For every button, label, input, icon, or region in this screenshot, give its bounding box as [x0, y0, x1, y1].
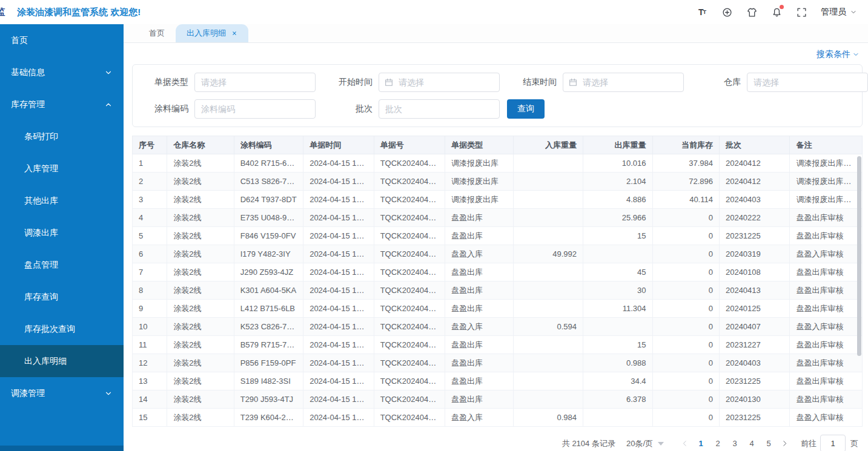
search-field-batch: 批次	[323, 99, 507, 119]
column-header: 批次	[719, 136, 789, 154]
table-cell: TQCK2024041....	[374, 209, 445, 227]
table-row: 8涂装2线K301 A604-5KA2024-04-15 14:...TQCK2…	[133, 281, 863, 300]
table-cell: 15	[133, 409, 167, 427]
table-cell: 10	[133, 318, 167, 336]
batch-input[interactable]	[379, 99, 500, 119]
user-menu[interactable]: 管理员	[821, 7, 857, 18]
sidebar-item-stock-query[interactable]: 库存查询	[0, 281, 124, 313]
sidebar-item-stocktake-mgmt[interactable]: 盘点管理	[0, 249, 124, 281]
table-cell: 20240403	[719, 354, 789, 372]
table-row: 7涂装2线J290 Z593-4JZ2024-04-15 14:...TQCK2…	[133, 263, 863, 281]
table-cell: 37.984	[652, 154, 719, 173]
records-table-wrap: 序号仓库名称涂料编码单据时间单据号单据类型入库重量出库重量当前库存批次备注 1涂…	[132, 136, 863, 427]
notification-bell-icon[interactable]	[771, 7, 782, 18]
table-cell	[513, 300, 583, 318]
table-cell: 盘盈入库审核	[790, 245, 863, 263]
page-number-5[interactable]: 5	[760, 435, 777, 451]
page-number-3[interactable]: 3	[726, 435, 743, 451]
sidebar-item-inbound-mgmt[interactable]: 入库管理	[0, 153, 124, 185]
page-size-select[interactable]: 20条/页	[626, 438, 664, 449]
chevron-down-icon	[852, 51, 860, 58]
sidebar-item-basic-info[interactable]: 基础信息	[0, 56, 124, 88]
circle-plus-icon[interactable]	[721, 7, 732, 18]
search-panel: 单据类型开始时间结束时间仓库 涂料编码批次查询	[132, 64, 863, 127]
sidebar-item-label: 首页	[11, 35, 28, 46]
tab-in-out-detail[interactable]: 出入库明细	[176, 24, 248, 42]
end-time-input[interactable]	[563, 73, 684, 92]
fullscreen-icon[interactable]	[796, 7, 807, 18]
warehouse-input[interactable]	[747, 73, 868, 92]
table-cell: 30	[583, 281, 652, 300]
sidebar-item-stock-batch-query[interactable]: 库存批次查询	[0, 313, 124, 345]
page-number-4[interactable]: 4	[743, 435, 760, 451]
sidebar-item-in-out-detail[interactable]: 出入库明细	[0, 345, 124, 377]
records-table: 序号仓库名称涂料编码单据时间单据号单据类型入库重量出库重量当前库存批次备注 1涂…	[132, 136, 863, 427]
sidebar-item-paint-mgmt[interactable]: 调漆管理	[0, 377, 124, 409]
table-cell: 0	[652, 336, 719, 354]
table-row: 12涂装2线P856 F159-0PF2024-04-15 14:...TQCK…	[133, 354, 863, 372]
goto-page-input[interactable]	[820, 435, 846, 451]
font-size-icon[interactable]: TT	[697, 7, 707, 18]
table-cell	[513, 154, 583, 173]
table-cell: 盘盈出库	[445, 227, 513, 245]
table-cell	[513, 209, 583, 227]
table-cell: K523 C826-7MA	[234, 318, 303, 336]
table-cell: 盘盈入库审核	[790, 318, 863, 336]
table-cell: 2024-04-15 14:...	[303, 245, 374, 263]
table-cell: 盘盈出库	[445, 281, 513, 300]
table-cell: 涂装2线	[167, 281, 234, 300]
pagination: 共 2104 条记录 20条/页 12345 前往 页	[124, 427, 868, 451]
prev-page-button[interactable]	[677, 439, 692, 447]
logo-partial: 监	[0, 7, 13, 18]
close-icon[interactable]	[231, 30, 237, 36]
table-cell: TQCK2024041....	[374, 300, 445, 318]
search-field-label: 开始时间	[323, 77, 373, 88]
sidebar-item-label: 调漆出库	[24, 228, 58, 239]
search-field-label: 批次	[323, 104, 373, 114]
table-cell: 2024-04-15 15:...	[303, 154, 374, 173]
table-cell	[513, 390, 583, 409]
sidebar-item-label: 入库管理	[24, 163, 58, 174]
table-cell: 20231225	[719, 372, 789, 390]
start-time-input[interactable]	[379, 73, 500, 92]
sidebar-item-home[interactable]: 首页	[0, 24, 124, 56]
tab-label: 出入库明细	[187, 28, 226, 39]
table-cell	[513, 263, 583, 281]
sidebar-item-other-outbound[interactable]: 其他出库	[0, 185, 124, 217]
page-number-1[interactable]: 1	[692, 435, 709, 451]
table-cell: 6	[133, 245, 167, 263]
doc-type-input[interactable]	[194, 73, 316, 92]
page-number-2[interactable]: 2	[709, 435, 726, 451]
tab-home[interactable]: 首页	[138, 24, 176, 42]
input-wrap	[194, 99, 316, 119]
table-cell: 20240407	[719, 318, 789, 336]
table-cell: 盘盈入库	[445, 409, 513, 427]
table-cell: 11.304	[583, 300, 652, 318]
table-cell	[513, 191, 583, 209]
table-row: 10涂装2线K523 C826-7MA2024-04-15 14:...TQCK…	[133, 318, 863, 336]
query-button[interactable]: 查询	[507, 99, 545, 119]
vertical-scrollbar[interactable]	[857, 156, 861, 356]
table-row: 15涂装2线T239 K604-2RH2024-04-15 14:...TQCK…	[133, 409, 863, 427]
sidebar-item-barcode-print[interactable]: 条码打印	[0, 120, 124, 153]
next-page-button[interactable]	[777, 439, 792, 447]
paint-code-input[interactable]	[194, 99, 316, 119]
table-cell: 15	[583, 336, 652, 354]
table-cell: 0	[652, 354, 719, 372]
table-cell: 8	[133, 281, 167, 300]
sidebar-item-inventory-mgmt[interactable]: 库存管理	[0, 88, 124, 120]
table-cell: P856 F159-0PF	[234, 354, 303, 372]
table-cell: 3	[133, 191, 167, 209]
table-cell: 盘盈出库	[445, 354, 513, 372]
table-cell: 2024-04-15 15:...	[303, 191, 374, 209]
column-header: 序号	[133, 136, 167, 154]
table-cell	[513, 227, 583, 245]
sidebar-item-paint-outbound[interactable]: 调漆出库	[0, 217, 124, 249]
chevron-down-icon	[104, 389, 113, 398]
user-name: 管理员	[821, 7, 846, 18]
theme-shirt-icon[interactable]	[746, 7, 757, 18]
table-cell: 9	[133, 300, 167, 318]
input-wrap	[379, 73, 500, 92]
search-condition-toggle[interactable]: 搜索条件	[124, 43, 868, 64]
table-cell: 2024-04-15 14:...	[303, 390, 374, 409]
